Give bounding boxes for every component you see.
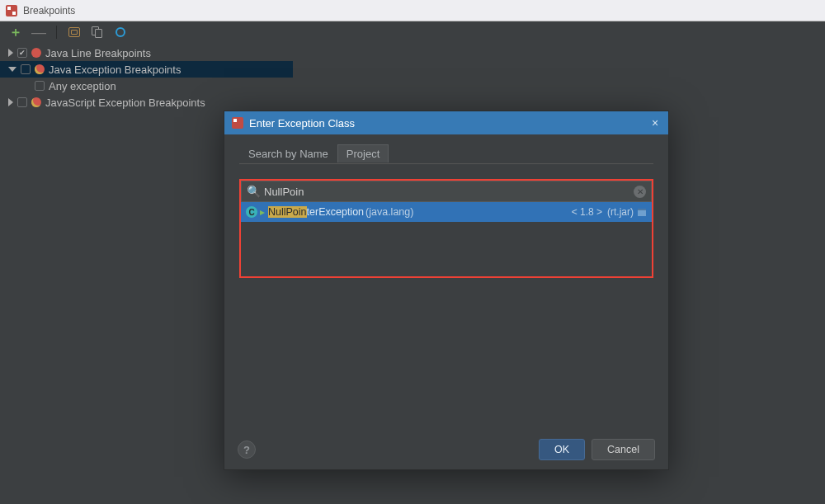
clear-search-button[interactable]: ✕ xyxy=(634,186,646,198)
cancel-button[interactable]: Cancel xyxy=(592,439,655,460)
checkbox[interactable] xyxy=(17,48,27,58)
checkbox[interactable] xyxy=(35,81,45,91)
window-title: Breakpoints xyxy=(23,5,75,16)
tree-node-javascript-exception-breakpoints[interactable]: JavaScript Exception Breakpoints xyxy=(0,94,825,111)
svg-rect-6 xyxy=(638,209,646,210)
search-input[interactable] xyxy=(264,186,634,198)
tree-node-java-exception-breakpoints[interactable]: Java Exception Breakpoints xyxy=(0,61,293,78)
clear-icon: ✕ xyxy=(637,187,644,196)
archive-icon xyxy=(637,207,647,217)
group-icon xyxy=(68,27,80,37)
result-match-highlight: NullPoin xyxy=(268,206,307,218)
svg-rect-2 xyxy=(12,12,16,15)
breakpoints-tree: Java Line Breakpoints Java Exception Bre… xyxy=(0,43,825,112)
result-class-name: NullPointerException xyxy=(268,206,364,218)
plus-icon: ＋ xyxy=(9,26,22,39)
help-button[interactable]: ? xyxy=(238,440,256,459)
breakpoint-dot-icon xyxy=(31,48,41,58)
toolbar-separator xyxy=(56,26,57,39)
group-by-button[interactable] xyxy=(67,25,82,40)
copy-button[interactable] xyxy=(90,25,105,40)
dialog-footer: ? OK Cancel xyxy=(224,430,668,469)
highlight-annotation: 🔍 ✕ C ▸ NullPointerException (java.lang)… xyxy=(239,179,653,278)
ok-button[interactable]: OK xyxy=(539,439,585,460)
result-empty-area xyxy=(241,222,652,276)
tree-node-label: Java Line Breakpoints xyxy=(45,47,151,59)
checkbox[interactable] xyxy=(17,97,27,107)
close-button[interactable]: × xyxy=(648,116,662,130)
result-jar-name: (rt.jar) xyxy=(607,206,634,218)
help-icon: ? xyxy=(243,444,250,456)
checkbox[interactable] xyxy=(21,64,31,74)
dialog-titlebar[interactable]: Enter Exception Class × xyxy=(224,111,668,134)
tab-search-by-name[interactable]: Search by Name xyxy=(239,144,337,163)
class-badge-icon: C xyxy=(246,206,257,218)
result-package: (java.lang) xyxy=(365,206,413,218)
enter-exception-class-dialog: Enter Exception Class × Search by Name P… xyxy=(224,111,669,470)
tree-node-label: Java Exception Breakpoints xyxy=(49,64,181,76)
svg-rect-4 xyxy=(233,119,237,122)
dialog-tabs: Search by Name Project xyxy=(239,143,653,164)
tree-node-any-exception[interactable]: Any exception xyxy=(0,78,825,94)
breakpoints-toolbar: ＋ — xyxy=(0,21,825,43)
minus-icon: — xyxy=(31,25,46,40)
add-breakpoint-button[interactable]: ＋ xyxy=(8,25,23,40)
exception-breakpoint-icon xyxy=(31,97,41,107)
runnable-arrow-icon: ▸ xyxy=(260,206,265,218)
expand-arrow-icon[interactable] xyxy=(8,98,13,106)
remove-breakpoint-button[interactable]: — xyxy=(31,25,46,40)
search-icon: 🔍 xyxy=(247,185,261,198)
app-icon xyxy=(5,4,18,17)
search-result-row[interactable]: C ▸ NullPointerException (java.lang) < 1… xyxy=(241,202,652,222)
result-jdk-version: < 1.8 > xyxy=(572,206,602,218)
dialog-body: Search by Name Project 🔍 ✕ C ▸ NullPoint… xyxy=(224,134,668,286)
tree-node-label: JavaScript Exception Breakpoints xyxy=(45,97,205,109)
view-options-button[interactable] xyxy=(113,25,128,40)
dialog-title: Enter Exception Class xyxy=(249,117,648,130)
tab-project[interactable]: Project xyxy=(337,144,389,163)
tree-node-java-line-breakpoints[interactable]: Java Line Breakpoints xyxy=(0,45,825,61)
copy-icon xyxy=(92,26,103,38)
window-titlebar: Breakpoints xyxy=(0,0,825,21)
ring-icon xyxy=(116,27,125,37)
collapse-arrow-icon[interactable] xyxy=(8,67,16,72)
exception-breakpoint-icon xyxy=(35,64,45,74)
svg-rect-1 xyxy=(7,7,11,10)
dialog-icon xyxy=(231,116,244,130)
expand-arrow-icon[interactable] xyxy=(8,49,13,57)
close-icon: × xyxy=(652,116,658,130)
result-name-rest: terException xyxy=(307,206,364,218)
tree-node-label: Any exception xyxy=(49,80,116,92)
search-field-wrapper: 🔍 ✕ xyxy=(241,181,652,202)
